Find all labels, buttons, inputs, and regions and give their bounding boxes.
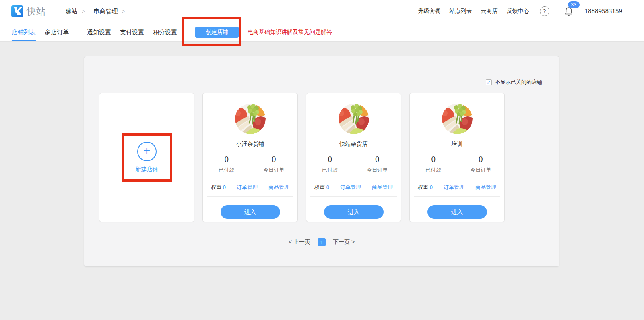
paid-stat: 0 已付款: [410, 154, 457, 174]
tab-notification-settings[interactable]: 通知设置: [87, 23, 111, 42]
today-orders-value: 0: [250, 154, 298, 164]
hide-closed-stores-checkbox[interactable]: ✓: [486, 79, 492, 85]
ecommerce-faq-link[interactable]: 电商基础知识讲解及常见问题解答: [248, 29, 332, 36]
hide-closed-stores-label: 不显示已关闭的店铺: [495, 79, 542, 86]
product-management-link[interactable]: 商品管理: [268, 184, 289, 191]
new-store-card[interactable]: + 新建店铺: [99, 93, 194, 222]
today-orders-stat: 0 今日订单: [354, 154, 401, 174]
store-avatar: [235, 104, 266, 134]
store-links-row: 权重 0 订单管理 商品管理: [203, 184, 297, 191]
fruit-avatar-image: [339, 104, 369, 134]
pagination: < 上一页 1 下一页 >: [84, 238, 559, 246]
store-stats: 0 已付款 0 今日订单: [203, 154, 297, 174]
kuaizhan-logo-icon: [11, 5, 23, 17]
paid-value: 0: [306, 154, 354, 164]
tab-divider: [186, 27, 186, 37]
tab-payment-settings[interactable]: 支付设置: [120, 23, 144, 42]
product-management-link[interactable]: 商品管理: [475, 184, 496, 191]
prev-page-link[interactable]: < 上一页: [289, 239, 310, 246]
divider: [207, 196, 293, 197]
chevron-right-icon: >: [122, 8, 125, 15]
create-store-wrap: 创建店铺: [195, 27, 239, 38]
filter-row: ✓ 不显示已关闭的店铺: [84, 56, 559, 85]
weight-label: 权重 0: [314, 184, 329, 191]
store-stats: 0 已付款 0 今日订单: [410, 154, 504, 174]
store-links-row: 权重 0 订单管理 商品管理: [410, 184, 504, 191]
store-avatar: [339, 104, 369, 134]
store-card: 培训 0 已付款 0 今日订单 权重 0 订单管理 商品管理: [409, 93, 505, 222]
enter-store-button[interactable]: 进入: [324, 205, 384, 219]
paid-value: 0: [203, 154, 250, 164]
paid-label: 已付款: [203, 166, 250, 174]
weight-value: 0: [223, 184, 226, 190]
store-name: 培训: [452, 141, 463, 148]
today-orders-label: 今日订单: [457, 166, 505, 174]
store-name: 小汪杂货铺: [236, 141, 264, 148]
paid-stat: 0 已付款: [306, 154, 354, 174]
weight-value: 0: [430, 184, 433, 190]
store-card: 快站杂货店 0 已付款 0 今日订单 权重 0 订单管理 商品管理: [306, 93, 401, 222]
new-store-label: 新建店铺: [136, 166, 158, 173]
account-phone-number[interactable]: 18889583159: [585, 7, 623, 15]
tab-bar: 店铺列表 多店订单 通知设置 支付设置 积分设置 创建店铺 电商基础知识讲解及常…: [0, 23, 644, 42]
create-store-button[interactable]: 创建店铺: [195, 27, 239, 38]
store-list-panel: ✓ 不显示已关闭的店铺 + 新建店铺 小汪杂货铺 0 已付款 0: [84, 56, 559, 267]
store-cards-row: + 新建店铺 小汪杂货铺 0 已付款 0 今日订单: [84, 93, 559, 222]
breadcrumb: 建站 > 电商管理 >: [66, 8, 130, 15]
plus-circle-icon: +: [137, 142, 157, 161]
today-orders-value: 0: [457, 154, 505, 164]
store-links-row: 权重 0 订单管理 商品管理: [306, 184, 401, 191]
enter-store-button[interactable]: 进入: [221, 205, 280, 219]
breadcrumb-site-builder[interactable]: 建站: [66, 8, 78, 15]
paid-stat: 0 已付款: [203, 154, 250, 174]
divider: [414, 196, 500, 197]
paid-label: 已付款: [410, 166, 457, 174]
logo-text: 快站: [27, 5, 46, 18]
paid-value: 0: [410, 154, 457, 164]
divider: [207, 179, 293, 179]
paid-label: 已付款: [306, 166, 354, 174]
enter-store-button[interactable]: 进入: [427, 205, 487, 219]
upgrade-plan-link[interactable]: 升级套餐: [418, 8, 441, 15]
notification-badge: 33: [568, 1, 580, 8]
weight-label: 权重 0: [211, 184, 226, 191]
today-orders-value: 0: [354, 154, 401, 164]
weight-label: 权重 0: [418, 184, 433, 191]
tab-store-list[interactable]: 店铺列表: [12, 23, 36, 42]
header-right: 升级套餐 站点列表 云商店 反馈中心 ? 33 18889583159: [418, 6, 623, 17]
tab-multi-store-orders[interactable]: 多店订单: [45, 23, 69, 42]
top-header: 快站 建站 > 电商管理 > 升级套餐 站点列表 云商店 反馈中心 ? 33 1…: [0, 0, 644, 23]
order-management-link[interactable]: 订单管理: [237, 184, 258, 191]
divider: [310, 179, 397, 179]
order-management-link[interactable]: 订单管理: [444, 184, 464, 191]
chevron-right-icon: >: [82, 8, 85, 15]
weight-value: 0: [326, 184, 329, 190]
store-stats: 0 已付款 0 今日订单: [306, 154, 401, 174]
notification-bell[interactable]: 33: [564, 6, 574, 17]
header-divider: [56, 6, 56, 17]
today-orders-stat: 0 今日订单: [250, 154, 298, 174]
fruit-avatar-image: [442, 104, 473, 134]
today-orders-label: 今日订单: [354, 166, 401, 174]
tab-points-settings[interactable]: 积分设置: [153, 23, 177, 42]
feedback-center-link[interactable]: 反馈中心: [507, 8, 529, 15]
order-management-link[interactable]: 订单管理: [340, 184, 361, 191]
kuaizhan-logo[interactable]: 快站: [11, 5, 46, 18]
current-page-indicator[interactable]: 1: [318, 238, 326, 246]
breadcrumb-ecommerce[interactable]: 电商管理: [94, 8, 118, 15]
today-orders-label: 今日订单: [250, 166, 298, 174]
tab-divider: [78, 27, 78, 37]
product-management-link[interactable]: 商品管理: [372, 184, 393, 191]
divider: [310, 196, 397, 197]
divider: [414, 179, 500, 179]
cloud-store-link[interactable]: 云商店: [481, 8, 498, 15]
annotation-red-box-new-store: + 新建店铺: [122, 133, 172, 182]
store-avatar: [442, 104, 473, 134]
next-page-link[interactable]: 下一页 >: [333, 239, 355, 246]
store-name: 快站杂货店: [340, 141, 368, 148]
store-card: 小汪杂货铺 0 已付款 0 今日订单 权重 0 订单管理 商品管理: [202, 93, 298, 222]
site-list-link[interactable]: 站点列表: [450, 8, 472, 15]
today-orders-stat: 0 今日订单: [457, 154, 505, 174]
fruit-avatar-image: [235, 104, 266, 134]
help-icon[interactable]: ?: [540, 6, 549, 16]
